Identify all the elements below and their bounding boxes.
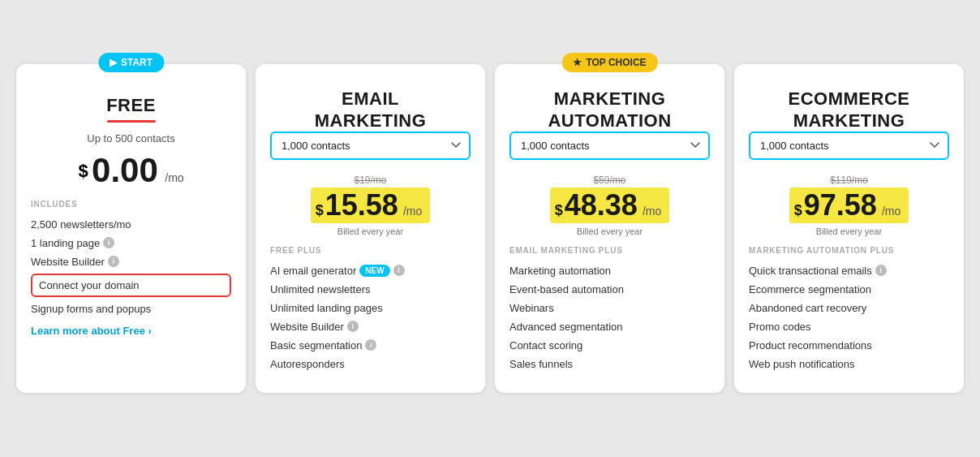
feature-item: Web push notifications <box>749 355 949 373</box>
current-price: $ 97.58 /mo <box>789 188 909 223</box>
info-icon[interactable]: i <box>393 265 405 276</box>
price-dollar: $ <box>316 202 324 219</box>
price-area: $119/mo $ 97.58 /mo <box>749 175 949 223</box>
price-area: $59/mo $ 48.38 /mo <box>509 175 710 223</box>
feature-text: Unlimited landing pages <box>270 302 383 314</box>
feature-item: Marketing automation <box>509 261 710 280</box>
billed-note: Billed every year <box>749 226 949 236</box>
price-amount: 0.00 <box>92 151 158 189</box>
feature-item: Webinars <box>509 299 710 317</box>
feature-item: Website Builder i <box>31 252 231 271</box>
billed-note: Billed every year <box>270 226 471 236</box>
section-label-free: INCLUDES <box>31 200 231 209</box>
plan-card-marketing-automation: ★ TOP CHOICE MARKETINGAUTOMATION 1,000 c… <box>495 64 724 393</box>
original-price: $119/mo <box>749 175 949 186</box>
feature-item: Sales funnels <box>509 355 710 373</box>
plan-title-free: FREE <box>31 95 231 116</box>
info-icon[interactable]: i <box>365 339 376 351</box>
price-mo: /mo <box>165 171 183 184</box>
feature-item: Unlimited newsletters <box>270 280 471 299</box>
feature-text: Unlimited newsletters <box>270 283 371 295</box>
feature-item: Autoresponders <box>270 355 471 373</box>
feature-text: Quick transactional emails <box>749 265 872 277</box>
feature-text: Web push notifications <box>749 358 855 370</box>
feature-item: Basic segmentation i <box>270 336 471 355</box>
contacts-label: Up to 500 contacts <box>31 132 231 144</box>
original-price: $19/mo <box>270 175 471 186</box>
price-amount: 48.38 <box>565 191 638 220</box>
feature-text: Website Builder <box>270 321 344 333</box>
feature-item: Product recommendations <box>749 336 949 355</box>
price-mo: /mo <box>643 205 661 218</box>
feature-item: Ecommerce segmentation <box>749 280 949 299</box>
feature-text: Event-based automation <box>509 283 624 295</box>
feature-text: Signup forms and popups <box>31 303 151 315</box>
feature-text: 1 landing page <box>31 237 100 249</box>
feature-item: Signup forms and popups <box>31 300 231 318</box>
feature-item: Website Builder i <box>270 317 471 336</box>
badge-icon: ★ <box>573 57 582 68</box>
feature-text: 2,500 newsletters/mo <box>31 218 131 231</box>
badge-icon: ▶ <box>110 57 117 68</box>
feature-item: Unlimited landing pages <box>270 299 471 317</box>
price-area: $19/mo $ 15.58 /mo <box>270 175 471 223</box>
feature-item: AI email generator NEW i <box>270 261 471 280</box>
feature-text: Connect your domain <box>39 279 140 291</box>
feature-text: Webinars <box>509 302 554 314</box>
feature-text: Sales funnels <box>509 358 573 370</box>
info-icon[interactable]: i <box>103 237 114 248</box>
plan-title-ecommerce-marketing: ECOMMERCEMARKETING <box>749 88 949 131</box>
info-icon[interactable]: i <box>875 265 887 276</box>
contacts-select-email-marketing[interactable]: 1,000 contacts <box>270 131 471 160</box>
price-symbol: $ <box>78 160 88 180</box>
section-label-email-marketing: FREE PLUS <box>270 246 471 255</box>
feature-item: Connect your domain <box>31 274 231 297</box>
feature-item: 1 landing page i <box>31 234 231 252</box>
feature-text: Ecommerce segmentation <box>749 283 871 295</box>
price-mo: /mo <box>403 205 422 218</box>
section-label-ecommerce-marketing: MARKETING AUTOMATION PLUS <box>749 246 949 255</box>
price-mo: /mo <box>882 205 900 218</box>
plan-title-email-marketing: EMAILMARKETING <box>270 88 471 131</box>
section-label-marketing-automation: EMAIL MARKETING PLUS <box>509 246 710 255</box>
feature-item: Advanced segmentation <box>509 317 710 336</box>
feature-text: Advanced segmentation <box>509 321 622 333</box>
feature-text: AI email generator <box>270 265 356 277</box>
feature-list-ecommerce-marketing: Quick transactional emails iEcommerce se… <box>749 261 949 373</box>
contacts-select-ecommerce-marketing[interactable]: 1,000 contacts <box>749 131 949 160</box>
price-amount: 97.58 <box>804 191 877 220</box>
learn-more-link[interactable]: Learn more about Free › <box>31 325 152 337</box>
info-icon[interactable]: i <box>108 256 119 267</box>
price-amount: 15.58 <box>325 191 398 220</box>
current-price: $ 15.58 /mo <box>311 188 430 223</box>
feature-text: Product recommendations <box>749 339 872 351</box>
plan-card-ecommerce-marketing: ECOMMERCEMARKETING 1,000 contacts $119/m… <box>734 64 964 393</box>
feature-text: Basic segmentation <box>270 339 362 351</box>
plan-badge-marketing-automation: ★ TOP CHOICE <box>561 53 657 72</box>
title-underline <box>107 120 156 123</box>
new-badge: NEW <box>359 265 389 277</box>
feature-list-marketing-automation: Marketing automationEvent-based automati… <box>509 261 710 373</box>
feature-text: Promo codes <box>749 321 811 333</box>
badge-text: START <box>121 57 153 68</box>
feature-text: Abandoned cart recovery <box>749 302 866 314</box>
feature-item: Promo codes <box>749 317 949 336</box>
feature-text: Marketing automation <box>509 265 611 277</box>
feature-list-email-marketing: AI email generator NEW iUnlimited newsle… <box>270 261 471 373</box>
feature-item: Abandoned cart recovery <box>749 299 949 317</box>
plan-card-free: ▶ START FREEUp to 500 contacts $ 0.00 /m… <box>16 64 246 393</box>
billed-note: Billed every year <box>509 226 710 236</box>
feature-list-free: 2,500 newsletters/mo1 landing page iWebs… <box>31 215 231 318</box>
feature-text: Contact scoring <box>509 339 582 351</box>
feature-text: Autoresponders <box>270 358 345 370</box>
plan-card-email-marketing: EMAILMARKETING 1,000 contacts $19/mo $ 1… <box>256 64 485 393</box>
plan-title-marketing-automation: MARKETINGAUTOMATION <box>509 88 710 131</box>
current-price: $ 48.38 /mo <box>550 188 669 223</box>
badge-text: TOP CHOICE <box>586 57 646 68</box>
feature-item: Event-based automation <box>509 280 710 299</box>
feature-item: Quick transactional emails i <box>749 261 949 280</box>
info-icon[interactable]: i <box>347 321 359 332</box>
feature-item: 2,500 newsletters/mo <box>31 215 231 234</box>
contacts-select-marketing-automation[interactable]: 1,000 contacts <box>509 131 710 160</box>
pricing-container: ▶ START FREEUp to 500 contacts $ 0.00 /m… <box>16 64 964 393</box>
